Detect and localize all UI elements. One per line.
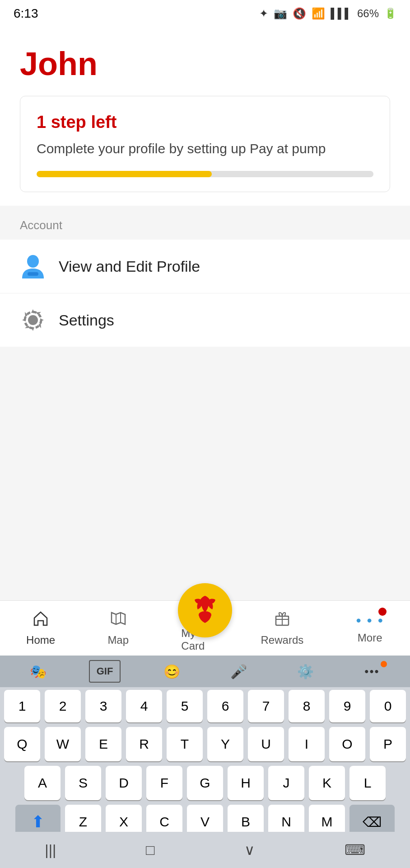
key-4[interactable]: 4 — [126, 690, 162, 722]
key-0[interactable]: 0 — [370, 690, 406, 722]
progress-description: Complete your profile by setting up Pay … — [37, 139, 373, 158]
status-bar: 6:13 ✦ 📷 🔇 📶 ▌▌▌ 66% 🔋 — [0, 0, 410, 27]
key-3[interactable]: 3 — [85, 690, 121, 722]
keyboard-toolbar: 🎭 GIF 😊 🎤 ⚙️ ••• — [0, 656, 410, 687]
key-t[interactable]: T — [167, 727, 203, 761]
key-o[interactable]: O — [329, 727, 365, 761]
nav-back-icon[interactable]: ||| — [45, 842, 56, 859]
bluetooth-icon: ✦ — [259, 7, 268, 20]
record-icon: 📷 — [274, 7, 287, 20]
key-j[interactable]: J — [268, 766, 304, 800]
home-icon — [32, 610, 49, 631]
key-l[interactable]: L — [349, 766, 386, 800]
nav-recents-icon[interactable]: ∨ — [244, 841, 255, 859]
nav-item-rewards[interactable]: Rewards — [252, 605, 313, 651]
settings-label: Settings — [59, 311, 114, 329]
battery-level: 66% — [357, 7, 379, 20]
progress-bar-fill — [37, 171, 212, 177]
key-9[interactable]: 9 — [329, 690, 365, 722]
mute-icon: 🔇 — [293, 7, 306, 20]
key-1[interactable]: 1 — [4, 690, 40, 722]
shell-fab-button[interactable] — [178, 583, 232, 637]
key-h[interactable]: H — [228, 766, 264, 800]
key-k[interactable]: K — [309, 766, 345, 800]
shift-arrow-icon: ⬆ — [31, 812, 45, 831]
profile-label: View and Edit Profile — [59, 258, 200, 275]
key-s[interactable]: S — [65, 766, 101, 800]
rewards-label: Rewards — [261, 634, 304, 646]
asdf-row: A S D F G H J K L — [2, 766, 408, 800]
key-u[interactable]: U — [248, 727, 284, 761]
signal-icon: ▌▌▌ — [331, 8, 352, 19]
menu-item-profile[interactable]: View and Edit Profile — [0, 240, 410, 293]
key-r[interactable]: R — [126, 727, 162, 761]
more-label: More — [358, 632, 382, 644]
key-2[interactable]: 2 — [45, 690, 81, 722]
key-a[interactable]: A — [24, 766, 61, 800]
key-q[interactable]: Q — [4, 727, 40, 761]
progress-title: 1 step left — [37, 113, 373, 132]
key-p[interactable]: P — [370, 727, 406, 761]
svg-marker-5 — [112, 613, 125, 624]
key-e[interactable]: E — [85, 727, 121, 761]
progress-card: 1 step left Complete your profile by set… — [20, 96, 390, 192]
progress-bar-background — [37, 171, 373, 177]
key-g[interactable]: G — [187, 766, 223, 800]
system-nav: ||| □ ∨ ⌨ — [0, 832, 410, 868]
svg-point-0 — [27, 255, 39, 268]
rewards-icon — [274, 610, 291, 631]
settings-toolbar-btn[interactable]: ⚙️ — [289, 660, 321, 683]
settings-icon — [20, 307, 46, 333]
home-label: Home — [26, 634, 55, 646]
qwerty-row: Q W E R T Y U I O P — [2, 727, 408, 761]
status-time: 6:13 — [14, 6, 38, 21]
user-name: John — [20, 45, 390, 82]
svg-rect-1 — [28, 272, 38, 276]
keyboard: 🎭 GIF 😊 🎤 ⚙️ ••• 1 2 3 4 5 6 7 8 9 0 Q W… — [0, 656, 410, 868]
key-6[interactable]: 6 — [207, 690, 243, 722]
mic-toolbar-btn[interactable]: 🎤 — [223, 660, 254, 683]
nav-home-icon[interactable]: □ — [146, 842, 154, 859]
key-f[interactable]: F — [146, 766, 182, 800]
number-row: 1 2 3 4 5 6 7 8 9 0 — [2, 690, 408, 722]
key-5[interactable]: 5 — [167, 690, 203, 722]
more-notification-dot — [378, 608, 387, 616]
key-w[interactable]: W — [45, 727, 81, 761]
key-7[interactable]: 7 — [248, 690, 284, 722]
nav-item-home[interactable]: Home — [17, 605, 64, 651]
key-8[interactable]: 8 — [289, 690, 325, 722]
key-i[interactable]: I — [289, 727, 325, 761]
top-section: John 1 step left Complete your profile b… — [0, 27, 410, 206]
nav-item-map[interactable]: Map — [98, 605, 138, 651]
map-label: Map — [107, 634, 129, 646]
more-toolbar-btn[interactable]: ••• — [356, 660, 388, 683]
sticker-toolbar-btn[interactable]: 🎭 — [22, 660, 54, 683]
menu-item-settings[interactable]: Settings — [0, 293, 410, 347]
gif-toolbar-btn[interactable]: GIF — [89, 660, 121, 683]
emoji-toolbar-btn[interactable]: 😊 — [156, 660, 187, 683]
wifi-icon: 📶 — [312, 7, 325, 20]
profile-icon — [20, 253, 46, 279]
status-icons: ✦ 📷 🔇 📶 ▌▌▌ 66% 🔋 — [259, 7, 396, 20]
map-icon — [110, 610, 127, 631]
nav-item-more[interactable]: • • • More — [347, 608, 392, 649]
account-section-label: Account — [0, 206, 410, 240]
battery-icon: 🔋 — [384, 8, 396, 19]
key-d[interactable]: D — [106, 766, 142, 800]
menu-items: View and Edit Profile Set — [0, 240, 410, 347]
key-y[interactable]: Y — [207, 727, 243, 761]
nav-keyboard-icon[interactable]: ⌨ — [345, 841, 365, 859]
